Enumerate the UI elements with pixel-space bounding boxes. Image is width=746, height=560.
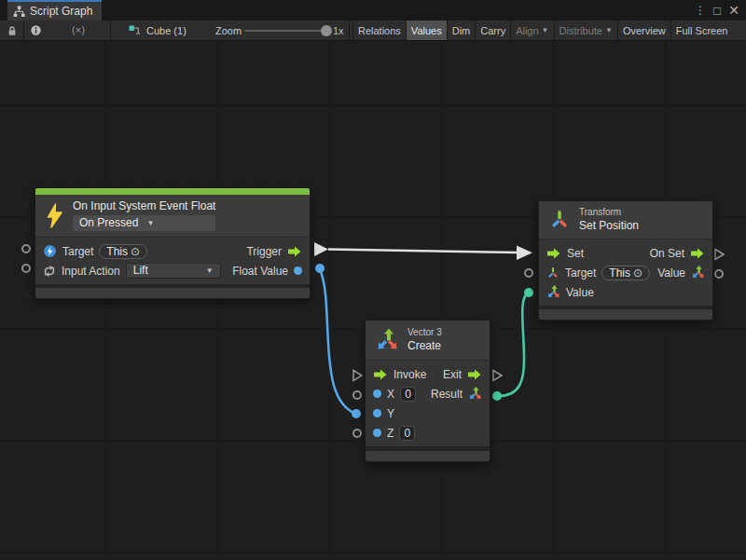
wire-trigger-to-set[interactable] [328,250,518,253]
set-label: Set [567,247,584,260]
window-maximize-icon[interactable]: □ [709,4,725,18]
window-controls: ⋮ □ ✕ [692,0,742,20]
lightning-bolt-icon [45,203,64,228]
input-action-icon [43,265,56,278]
result-label: Result [431,388,463,401]
x-value-field[interactable]: 0 [400,387,416,402]
node-footer [35,288,310,298]
vector3-icon-small [546,285,560,299]
z-label: Z [387,427,394,440]
target-label: Target [62,245,93,258]
target-this-button[interactable]: This ⊙ [601,266,650,280]
chevron-down-icon: ▼ [146,220,154,227]
graph-canvas[interactable]: On Input System Event Float On Pressed ▼… [0,41,746,560]
graph-tree-icon [13,6,25,18]
port-setposition-value-out[interactable] [714,269,724,279]
x-port-dot[interactable] [373,389,381,398]
lock-icon [7,25,18,36]
flow-arrow-icon [690,248,705,259]
transform-icon-small [546,266,560,280]
dim-button[interactable]: Dim [447,20,476,40]
tab-label: Script Graph [30,5,92,18]
flow-arrow-icon [467,369,482,380]
event-mode-dropdown[interactable]: On Pressed ▼ [73,215,215,231]
flow-arrow-icon [287,246,302,257]
node-on-input-system-event-float[interactable]: On Input System Event Float On Pressed ▼… [35,187,311,299]
unit-target-icon [43,244,57,258]
value-in-label: Value [566,286,594,299]
object-picker-icon: ⊙ [131,246,140,257]
event-accent-bar [35,188,310,195]
port-floatvalue-out[interactable] [315,264,325,273]
wire-arrowhead [517,246,532,261]
overview-button[interactable]: Overview [617,20,670,40]
float-value-label: Float Value [232,265,288,278]
port-z-in[interactable] [352,429,362,438]
chevron-down-icon: ▼ [605,27,613,34]
port-setposition-value-in[interactable] [524,288,533,297]
tab-script-graph[interactable]: Script Graph [7,0,102,20]
chevron-down-icon: ▼ [542,27,549,34]
info-icon [30,24,42,36]
port-x-in[interactable] [352,390,362,400]
x-label: X [387,388,394,401]
window-menu-icon[interactable]: ⋮ [692,4,709,17]
value-out-label: Value [657,266,685,280]
vector3-icon-small [468,387,482,401]
node-title: Set Position [579,220,639,232]
y-port-dot[interactable] [373,409,381,417]
align-button[interactable]: Align▼ [510,20,553,40]
port-y-in[interactable] [352,409,361,418]
graph-target-label: Cube (1) [146,25,186,36]
code-view-button[interactable]: ⟨×⟩ [47,20,110,40]
carry-button[interactable]: Carry [475,20,510,40]
input-action-dropdown[interactable]: Lift ▼ [126,263,221,279]
target-label: Target [565,266,596,280]
distribute-button[interactable]: Distribute▼ [554,20,617,40]
port-event-inputaction-in[interactable] [21,264,31,273]
z-port-dot[interactable] [373,429,381,437]
full-screen-button[interactable]: Full Screen [670,20,733,40]
wire-floatvalue-to-y[interactable] [320,269,353,413]
y-label: Y [387,407,394,420]
node-set-position[interactable]: Transform Set Position Set On Set [538,200,713,321]
flow-arrow-icon [373,369,388,380]
trigger-label: Trigger [246,245,282,258]
input-action-label: Input Action [62,265,120,278]
node-category: Vector 3 [408,328,442,337]
node-footer [539,309,712,320]
z-value-field[interactable]: 0 [399,426,415,441]
tab-bar: Script Graph ⋮ □ ✕ [0,0,746,20]
window-close-icon[interactable]: ✕ [725,3,742,18]
info-button[interactable] [24,20,47,40]
target-this-button[interactable]: This ⊙ [99,244,147,259]
float-value-port-dot[interactable] [294,266,302,275]
lock-button[interactable] [0,20,23,40]
values-button[interactable]: Values [406,20,447,40]
zoom-slider-track[interactable] [244,30,326,32]
relations-button[interactable]: Relations [352,20,406,40]
port-event-target-in[interactable] [21,244,31,253]
port-invoke-in[interactable] [352,369,364,382]
transform-icon [548,209,571,231]
invoke-label: Invoke [394,368,426,381]
graph-target-button[interactable]: Cube (1) [129,20,186,40]
chevron-down-icon: ▼ [206,267,214,275]
port-onset-out[interactable] [713,248,725,261]
node-title: Create [408,340,442,352]
port-exit-out[interactable] [491,369,504,382]
script-graph-window: Script Graph ⋮ □ ✕ ⟨×⟩ [0,0,746,560]
port-result-out[interactable] [492,391,502,401]
code-icon: ⟨×⟩ [71,24,85,36]
zoom-label: Zoom [215,20,242,40]
vector3-icon [375,328,399,352]
graph-node-icon [129,24,141,36]
port-trigger-out[interactable] [314,242,328,256]
zoom-slider-handle[interactable] [321,25,332,36]
on-set-label: On Set [650,247,684,260]
node-footer [366,451,490,461]
flow-arrow-icon [546,248,561,259]
port-setposition-target-in[interactable] [524,268,533,278]
exit-label: Exit [443,368,462,381]
node-vector3-create[interactable]: Vector 3 Create Invoke Exit X [365,320,490,462]
